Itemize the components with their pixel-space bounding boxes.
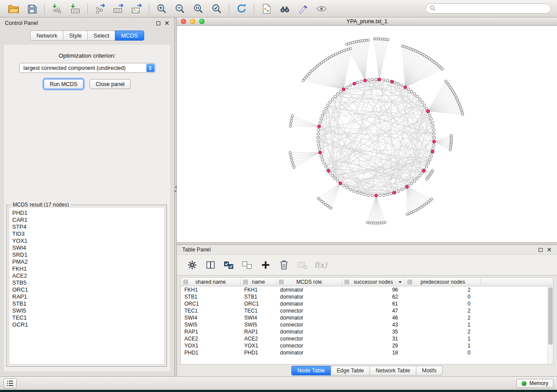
table-row[interactable]: RAP1RAP1dominator352 (181, 328, 547, 335)
cell-predecessor-nodes[interactable]: 2 (405, 315, 481, 321)
cell-predecessor-nodes[interactable]: 2 (405, 287, 481, 293)
tab-style[interactable]: Style (63, 31, 87, 41)
cell-successor-nodes[interactable]: 62 (342, 294, 405, 300)
first-neighbors-button[interactable] (276, 2, 294, 16)
panel-menu-button[interactable] (3, 378, 17, 389)
mcds-result-item[interactable]: ACE2 (12, 272, 164, 279)
cell-name[interactable]: ACE2 (241, 336, 277, 342)
tab-node-table[interactable]: Node Table (291, 366, 331, 375)
table-row[interactable]: YOX1YOX1connector291 (181, 342, 547, 349)
unselect-all-columns-button[interactable] (239, 257, 256, 273)
search-input[interactable] (438, 6, 547, 12)
cell-name[interactable]: PHD1 (241, 350, 277, 356)
close-table-panel-icon[interactable]: ✕ (547, 247, 552, 253)
cell-name[interactable]: TEC1 (241, 308, 277, 314)
open-file-button[interactable] (4, 2, 23, 16)
maximize-window-icon[interactable] (199, 19, 204, 24)
cell-mcds-role[interactable]: connector (277, 336, 342, 342)
function-builder-button[interactable]: f(x) (312, 257, 329, 273)
cell-predecessor-nodes[interactable]: 0 (405, 301, 481, 307)
cell-shared-name[interactable]: ORC1 (181, 301, 241, 307)
close-panel-icon[interactable]: ✕ (164, 20, 170, 26)
import-public-network-button[interactable] (257, 2, 276, 16)
mcds-result-item[interactable]: STB5 (12, 279, 164, 286)
column-filter-chevron-icon[interactable] (398, 281, 402, 283)
table-row[interactable]: ACE2ACE2connector311 (181, 335, 547, 342)
cell-shared-name[interactable]: TEC1 (181, 308, 241, 314)
mcds-result-item[interactable]: GCR1 (12, 321, 164, 328)
cell-mcds-role[interactable]: dominator (277, 294, 342, 300)
import-table-button[interactable] (66, 2, 84, 16)
filter-button[interactable] (294, 2, 312, 16)
cell-mcds-role[interactable]: connector (277, 343, 342, 349)
cell-successor-nodes[interactable]: 18 (342, 350, 405, 356)
cell-mcds-role[interactable]: connector (277, 308, 342, 314)
export-image-button[interactable] (128, 2, 146, 16)
cell-predecessor-nodes[interactable]: 1 (405, 322, 481, 328)
cell-name[interactable]: SWI5 (241, 322, 277, 328)
cell-successor-nodes[interactable]: 31 (342, 336, 405, 342)
tab-mcds[interactable]: MCDS (115, 31, 144, 41)
cell-predecessor-nodes[interactable]: 2 (405, 329, 481, 335)
close-mcds-panel-button[interactable]: Close panel (90, 79, 131, 89)
minimize-window-icon[interactable] (190, 19, 195, 24)
close-window-icon[interactable] (181, 19, 186, 24)
zoom-actual-size-button[interactable] (189, 2, 208, 16)
cell-shared-name[interactable]: YOX1 (181, 343, 241, 349)
cell-successor-nodes[interactable]: 61 (342, 301, 405, 307)
cell-predecessor-nodes[interactable]: 1 (405, 336, 481, 342)
tab-select[interactable]: Select (87, 31, 115, 41)
mcds-result-list[interactable]: PHD1CAR1STP4TID3YOX1SWI4SRD1PMA2FKH1ACE2… (9, 207, 165, 364)
cell-mcds-role[interactable]: dominator (277, 350, 342, 356)
export-table-button[interactable] (109, 2, 128, 16)
cell-shared-name[interactable]: SWI4 (181, 315, 241, 321)
network-graph[interactable] (177, 26, 557, 242)
cell-successor-nodes[interactable]: 35 (342, 329, 405, 335)
cell-name[interactable]: STB1 (241, 294, 277, 300)
tab-network[interactable]: Network (30, 31, 63, 41)
cell-successor-nodes[interactable]: 43 (342, 322, 405, 328)
cell-successor-nodes[interactable]: 46 (342, 315, 405, 321)
table-row[interactable]: SWI5SWI5connector431 (181, 321, 547, 328)
search-box[interactable] (426, 3, 551, 14)
cell-mcds-role[interactable]: dominator (277, 287, 342, 293)
memory-button[interactable]: Memory (516, 379, 554, 388)
cell-shared-name[interactable]: STB1 (181, 294, 241, 300)
cell-name[interactable]: SWI4 (241, 315, 277, 321)
tab-motifs[interactable]: Motifs (416, 366, 443, 375)
clear-table-button[interactable] (294, 257, 311, 273)
cell-name[interactable]: RAP1 (241, 329, 277, 335)
mcds-result-item[interactable]: FKH1 (12, 265, 164, 272)
cell-shared-name[interactable]: FKH1 (181, 287, 241, 293)
mcds-result-item[interactable]: SRD1 (12, 251, 164, 258)
cell-name[interactable]: FKH1 (241, 287, 277, 293)
cell-predecessor-nodes[interactable]: 1 (405, 343, 481, 349)
mcds-result-item[interactable]: STP4 (12, 224, 164, 230)
mcds-result-item[interactable]: CAR1 (12, 217, 164, 224)
cell-shared-name[interactable]: PHD1 (181, 350, 241, 356)
cell-mcds-role[interactable]: dominator (277, 301, 342, 307)
float-table-panel-icon[interactable] (539, 248, 543, 252)
cell-predecessor-nodes[interactable]: 0 (405, 294, 481, 300)
zoom-fit-selected-button[interactable] (208, 2, 226, 16)
mcds-result-item[interactable]: RAP1 (12, 293, 164, 300)
network-canvas[interactable] (177, 26, 557, 242)
save-session-button[interactable] (23, 2, 41, 16)
run-mcds-button[interactable]: Run MCDS (44, 79, 83, 89)
mcds-result-item[interactable]: ORC1 (12, 286, 164, 293)
mcds-result-item[interactable]: TEC1 (12, 314, 164, 321)
cell-name[interactable]: YOX1 (241, 343, 277, 349)
mcds-result-item[interactable]: SWI4 (12, 244, 164, 251)
column-header-name[interactable]: name (241, 278, 277, 286)
table-settings-button[interactable] (184, 257, 201, 273)
mcds-result-item[interactable]: PHD1 (12, 210, 164, 217)
cell-predecessor-nodes[interactable]: 0 (405, 350, 481, 356)
float-panel-icon[interactable] (156, 21, 160, 25)
cell-mcds-role[interactable]: dominator (277, 329, 342, 335)
import-network-button[interactable] (48, 2, 66, 16)
cell-name[interactable]: ORC1 (241, 301, 277, 307)
select-all-columns-button[interactable] (221, 257, 237, 273)
cell-successor-nodes[interactable]: 96 (342, 287, 405, 293)
cell-shared-name[interactable]: RAP1 (181, 329, 241, 335)
show-columns-button[interactable] (202, 257, 219, 273)
